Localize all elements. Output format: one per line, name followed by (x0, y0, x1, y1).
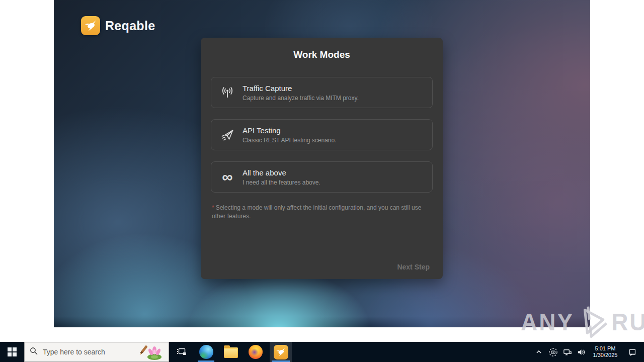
windows-taskbar: Type here to search (0, 342, 644, 362)
clock-time: 5:01 PM (591, 345, 620, 352)
infinity-icon: ∞ (219, 170, 235, 184)
option-all-the-above[interactable]: ∞ All the above I need all the features … (211, 161, 433, 193)
taskbar-clock[interactable]: 5:01 PM 1/30/2025 (590, 345, 621, 358)
tray-screen-capture-button[interactable] (547, 342, 558, 362)
option-title: Traffic Capture (243, 84, 359, 93)
task-view-button[interactable] (171, 342, 192, 362)
reqable-taskbar-icon (274, 345, 288, 359)
option-subtitle: I need all the features above. (243, 179, 320, 186)
watermark-text-run: RUN (611, 308, 644, 336)
option-traffic-capture[interactable]: Traffic Capture Capture and analyze traf… (211, 77, 433, 108)
task-view-icon (176, 346, 187, 357)
note-asterisk: * (212, 204, 214, 211)
work-modes-dialog: Work Modes Traffic Capture Capture and (201, 38, 443, 279)
brand-name: Reqable (105, 19, 155, 33)
taskbar-file-explorer-button[interactable] (220, 342, 241, 362)
work-mode-options: Traffic Capture Capture and analyze traf… (211, 77, 433, 204)
firefox-icon (249, 345, 263, 359)
tray-show-hidden-icons-button[interactable] (533, 342, 544, 362)
paper-plane-icon (219, 128, 235, 142)
camera-capture-icon (548, 347, 558, 357)
dialog-title: Work Modes (201, 38, 443, 60)
taskbar-reqable-button[interactable] (270, 342, 292, 362)
brand: Reqable (81, 16, 155, 35)
option-subtitle: Capture and analyze traffic via MITM pro… (243, 95, 359, 102)
speaker-icon (577, 347, 586, 357)
edge-icon (199, 345, 213, 359)
taskbar-search-input[interactable]: Type here to search (24, 342, 169, 362)
taskbar-firefox-button[interactable] (245, 342, 266, 362)
search-placeholder: Type here to search (43, 348, 131, 356)
option-subtitle: Classic REST API testing scenario. (243, 137, 337, 144)
tray-volume-button[interactable] (576, 342, 587, 362)
start-button[interactable] (0, 342, 24, 362)
antenna-broadcast-icon (219, 85, 235, 100)
clock-date: 1/30/2025 (591, 352, 620, 358)
network-icon (562, 347, 572, 357)
option-title: API Testing (243, 126, 337, 135)
system-tray: 5:01 PM 1/30/2025 (533, 342, 644, 362)
option-title: All the above (243, 168, 320, 177)
mode-selection-note: *Selecting a mode will only affect the i… (212, 204, 427, 221)
tray-network-button[interactable] (561, 342, 573, 362)
action-center-button[interactable] (624, 342, 641, 362)
search-icon (30, 347, 38, 357)
notification-icon (627, 347, 637, 357)
reqable-logo-icon (81, 16, 100, 35)
option-api-testing[interactable]: API Testing Classic REST API testing sce… (211, 119, 433, 150)
windows-logo-icon (8, 347, 17, 356)
reqable-app-window: Reqable Work Modes Traffic Capture (54, 0, 590, 327)
next-step-button[interactable]: Next Step (397, 263, 430, 271)
taskbar-edge-button[interactable] (196, 342, 216, 362)
chevron-up-icon (535, 348, 542, 355)
search-daily-image (136, 343, 163, 360)
file-explorer-icon (224, 347, 238, 358)
